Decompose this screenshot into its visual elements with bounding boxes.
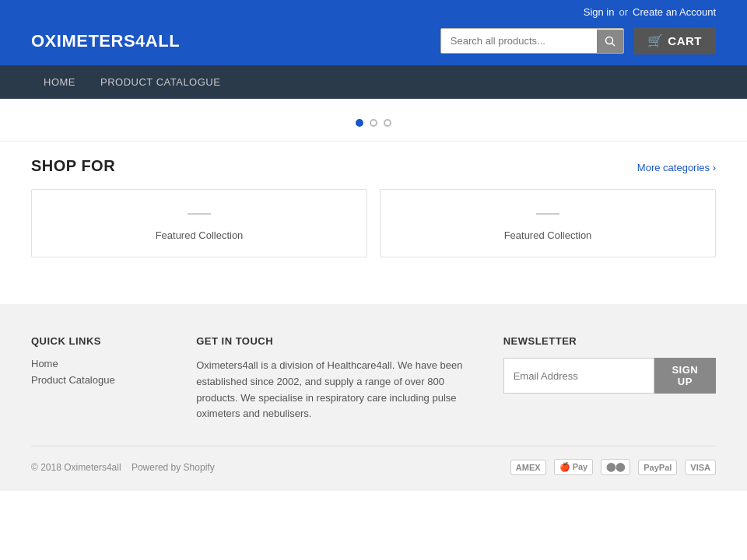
collection-icon-1 bbox=[188, 213, 211, 215]
get-in-touch-section: GET IN TOUCH Oximeters4all is a division… bbox=[196, 335, 479, 422]
collection-label-2: Featured Collection bbox=[504, 229, 592, 241]
collection-label-1: Featured Collection bbox=[156, 229, 244, 241]
sign-in-link[interactable]: Sign in bbox=[584, 6, 615, 18]
slider-dot-2[interactable] bbox=[370, 119, 377, 127]
shop-for-title: SHOP FOR bbox=[31, 157, 115, 175]
newsletter-signup-button[interactable]: SIGN UP bbox=[654, 358, 716, 394]
quick-links-section: QUICK LINKS Home Product Catalogue bbox=[31, 335, 173, 422]
footer-copyright: © 2018 Oximeters4all Powered by Shopify bbox=[31, 462, 215, 473]
shop-for-header: SHOP FOR More categories › bbox=[31, 157, 716, 175]
visa-icon: VISA bbox=[685, 460, 716, 475]
get-in-touch-title: GET IN TOUCH bbox=[196, 335, 479, 347]
newsletter-email-input[interactable] bbox=[503, 358, 654, 394]
powered-by-link[interactable]: Powered by Shopify bbox=[132, 462, 215, 473]
svg-line-1 bbox=[612, 43, 615, 46]
mastercard-icon: ⬤⬤ bbox=[601, 459, 630, 475]
or-text: or bbox=[619, 6, 628, 18]
apple-pay-icon: 🍎 Pay bbox=[554, 459, 594, 475]
collection-card-2[interactable]: Featured Collection bbox=[380, 189, 716, 257]
cart-button[interactable]: 🛒 CART bbox=[633, 27, 716, 54]
create-account-link[interactable]: Create an Account bbox=[633, 6, 716, 18]
footer-bottom: © 2018 Oximeters4all Powered by Shopify … bbox=[31, 446, 716, 475]
slider-dots bbox=[0, 111, 747, 135]
search-icon bbox=[605, 36, 615, 47]
quick-links-title: QUICK LINKS bbox=[31, 335, 173, 347]
logo[interactable]: OXIMETERS4ALL bbox=[31, 31, 180, 51]
nav-bar: HOME PRODUCT CATALOGUE bbox=[0, 65, 747, 99]
nav-item-home[interactable]: HOME bbox=[31, 65, 88, 99]
main-content: SHOP FOR More categories › Featured Coll… bbox=[0, 142, 747, 273]
cart-label: CART bbox=[668, 34, 702, 47]
collections-grid: Featured Collection Featured Collection bbox=[31, 189, 716, 257]
search-button[interactable] bbox=[597, 30, 623, 53]
amex-icon: AMEX bbox=[510, 460, 546, 475]
collection-card-1[interactable]: Featured Collection bbox=[31, 189, 367, 257]
slider-section bbox=[0, 99, 747, 142]
newsletter-title: NEWSLETTER bbox=[503, 335, 716, 347]
paypal-icon: PayPal bbox=[638, 460, 677, 475]
collection-icon-2 bbox=[536, 213, 559, 215]
footer-description: Oximeters4all is a division of Healthcar… bbox=[196, 358, 479, 422]
slider-dot-1[interactable] bbox=[356, 119, 363, 127]
search-form bbox=[440, 28, 624, 54]
newsletter-form: SIGN UP bbox=[503, 358, 716, 394]
slider-dot-3[interactable] bbox=[384, 119, 391, 127]
header-right: 🛒 CART bbox=[440, 27, 716, 54]
search-input[interactable] bbox=[441, 29, 597, 53]
newsletter-section: NEWSLETTER SIGN UP bbox=[503, 335, 716, 422]
footer-link-home[interactable]: Home bbox=[31, 358, 173, 369]
cart-icon: 🛒 bbox=[647, 33, 664, 48]
footer-link-catalogue[interactable]: Product Catalogue bbox=[31, 374, 173, 386]
footer-top: QUICK LINKS Home Product Catalogue GET I… bbox=[31, 335, 716, 446]
payment-icons: AMEX 🍎 Pay ⬤⬤ PayPal VISA bbox=[510, 459, 716, 475]
nav-item-product-catalogue[interactable]: PRODUCT CATALOGUE bbox=[88, 65, 233, 99]
more-categories-link[interactable]: More categories › bbox=[637, 162, 716, 173]
svg-point-0 bbox=[605, 37, 612, 44]
footer: QUICK LINKS Home Product Catalogue GET I… bbox=[0, 304, 747, 491]
